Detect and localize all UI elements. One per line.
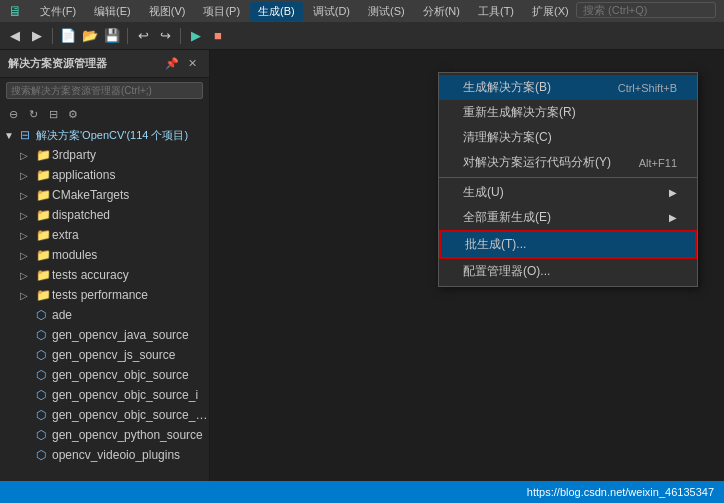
toolbar-undo-btn[interactable]: ↩ [132,25,154,47]
menu-item-shortcut: Ctrl+Shift+B [618,82,677,94]
solution-expand-icon: ▼ [4,130,20,141]
toolbar-open-btn[interactable]: 📂 [79,25,101,47]
tree-item-cmaketargets[interactable]: ▷ 📁 CMakeTargets [0,185,209,205]
menu-item-label: 生成解决方案(B) [463,79,551,96]
toolbar-new-btn[interactable]: 📄 [57,25,79,47]
folder-icon: 📁 [36,168,52,182]
project-icon: ⬡ [36,448,52,462]
test-menu[interactable]: 测试(S) [360,2,413,21]
submenu-arrow-icon: ▶ [669,212,677,223]
toolbar-separator-2 [127,28,128,44]
folder-icon: 📁 [36,148,52,162]
tree-item-gen-python[interactable]: ⬡ gen_opencv_python_source [0,425,209,445]
sidebar-close-btn[interactable]: ✕ [183,55,201,73]
tree-item-label: tests accuracy [52,268,209,282]
tree-item-label: ade [52,308,209,322]
main-layout: 解决方案资源管理器 📌 ✕ ⊖ ↻ ⊟ ⚙ ▼ ⊟ 解决方案'OpenCV'(1… [0,50,724,503]
tree-item-3rdparty[interactable]: ▷ 📁 3rdparty [0,145,209,165]
sidebar-search-container [0,78,209,103]
batch-build-item[interactable]: 批生成(T)... [439,230,697,259]
toolbar: ◀ ▶ 📄 📂 💾 ↩ ↪ ▶ ■ [0,22,724,50]
tree-item-tests-performance[interactable]: ▷ 📁 tests performance [0,285,209,305]
folder-icon: 📁 [36,188,52,202]
tree-item-gen-objc[interactable]: ⬡ gen_opencv_objc_source [0,365,209,385]
edit-menu[interactable]: 编辑(E) [86,2,139,21]
tree-item-dispatched[interactable]: ▷ 📁 dispatched [0,205,209,225]
title-bar: 🖥 文件(F) 编辑(E) 视图(V) 项目(P) 生成(B) 调试(D) 测试… [0,0,724,22]
sidebar-collapse-btn[interactable]: ⊖ [4,105,22,123]
tree-item-gen-objc-i[interactable]: ⬡ gen_opencv_objc_source_i [0,385,209,405]
view-menu[interactable]: 视图(V) [141,2,194,21]
tree-item-gen-js[interactable]: ⬡ gen_opencv_js_source [0,345,209,365]
tree-item-extra[interactable]: ▷ 📁 extra [0,225,209,245]
content-area: 生成解决方案(B) Ctrl+Shift+B 重新生成解决方案(R) 清理解决方… [210,50,724,503]
global-search-input[interactable] [576,2,716,18]
extend-menu[interactable]: 扩展(X) [524,2,577,21]
sidebar-search-input[interactable] [6,82,203,99]
solution-explorer: 解决方案资源管理器 📌 ✕ ⊖ ↻ ⊟ ⚙ ▼ ⊟ 解决方案'OpenCV'(1… [0,50,210,503]
sidebar-settings-btn[interactable]: ⚙ [64,105,82,123]
project-menu[interactable]: 项目(P) [195,2,248,21]
expand-icon: ▷ [20,150,36,161]
tree-item-gen-java[interactable]: ⬡ gen_opencv_java_source [0,325,209,345]
run-code-analysis-item[interactable]: 对解决方案运行代码分析(Y) Alt+F11 [439,150,697,175]
expand-icon: ▷ [20,210,36,221]
file-menu[interactable]: 文件(F) [32,2,84,21]
project-icon: ⬡ [36,348,52,362]
generate-item[interactable]: 生成(U) ▶ [439,180,697,205]
toolbar-stop-btn[interactable]: ■ [207,25,229,47]
build-menu[interactable]: 生成(B) [250,2,303,21]
build-dropdown-menu: 生成解决方案(B) Ctrl+Shift+B 重新生成解决方案(R) 清理解决方… [438,72,698,287]
tree-item-videoio-plugins[interactable]: ⬡ opencv_videoio_plugins [0,445,209,465]
menu-item-label: 清理解决方案(C) [463,129,552,146]
toolbar-save-btn[interactable]: 💾 [101,25,123,47]
menu-separator-1 [439,177,697,178]
toolbar-redo-btn[interactable]: ↪ [154,25,176,47]
menu-item-label: 配置管理器(O)... [463,263,550,280]
tree-item-label: 3rdparty [52,148,209,162]
toolbar-debug-btn[interactable]: ▶ [185,25,207,47]
tree-item-label: tests performance [52,288,209,302]
expand-icon: ▷ [20,250,36,261]
tree-item-label: gen_opencv_objc_source_i [52,388,209,402]
tree-item-label: gen_opencv_objc_source_c... [52,408,209,422]
toolbar-separator-3 [180,28,181,44]
toolbar-forward-btn[interactable]: ▶ [26,25,48,47]
config-manager-item[interactable]: 配置管理器(O)... [439,259,697,284]
tree-item-gen-objc-c[interactable]: ⬡ gen_opencv_objc_source_c... [0,405,209,425]
toolbar-separator-1 [52,28,53,44]
expand-icon: ▷ [20,190,36,201]
tree-item-label: extra [52,228,209,242]
tree-item-label: gen_opencv_js_source [52,348,209,362]
sidebar-filter-btn[interactable]: ⊟ [44,105,62,123]
debug-menu[interactable]: 调试(D) [305,2,358,21]
sidebar-header: 解决方案资源管理器 📌 ✕ [0,50,209,78]
rebuild-solution-item[interactable]: 重新生成解决方案(R) [439,100,697,125]
menu-item-label: 对解决方案运行代码分析(Y) [463,154,611,171]
tree-item-label: gen_opencv_objc_source [52,368,209,382]
analyze-menu[interactable]: 分析(N) [415,2,468,21]
project-icon: ⬡ [36,328,52,342]
rebuild-all-item[interactable]: 全部重新生成(E) ▶ [439,205,697,230]
toolbar-back-btn[interactable]: ◀ [4,25,26,47]
generate-solution-item[interactable]: 生成解决方案(B) Ctrl+Shift+B [439,75,697,100]
project-icon: ⬡ [36,368,52,382]
solution-item[interactable]: ▼ ⊟ 解决方案'OpenCV'(114 个项目) [0,125,209,145]
tree-item-label: CMakeTargets [52,188,209,202]
tree-item-modules[interactable]: ▷ 📁 modules [0,245,209,265]
tree-item-tests-accuracy[interactable]: ▷ 📁 tests accuracy [0,265,209,285]
expand-icon: ▷ [20,170,36,181]
menu-item-label: 重新生成解决方案(R) [463,104,576,121]
sidebar-pin-btn[interactable]: 📌 [163,55,181,73]
project-icon: ⬡ [36,308,52,322]
tree-item-ade[interactable]: ⬡ ade [0,305,209,325]
tools-menu[interactable]: 工具(T) [470,2,522,21]
tree-item-applications[interactable]: ▷ 📁 applications [0,165,209,185]
clean-solution-item[interactable]: 清理解决方案(C) [439,125,697,150]
status-url: https://blog.csdn.net/weixin_46135347 [527,486,714,498]
sidebar-refresh-btn[interactable]: ↻ [24,105,42,123]
app-icon: 🖥 [8,3,22,19]
expand-icon: ▷ [20,290,36,301]
menu-item-label: 批生成(T)... [465,236,526,253]
submenu-arrow-icon: ▶ [669,187,677,198]
